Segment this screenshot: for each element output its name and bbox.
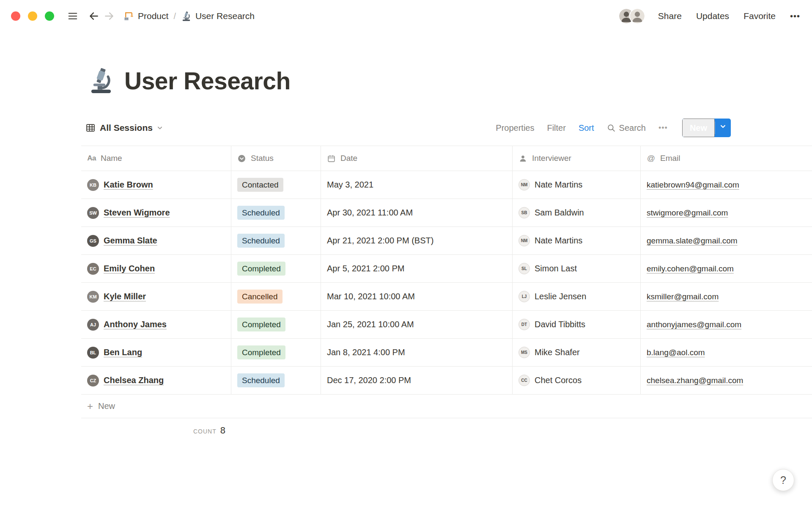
name-cell[interactable]: AJ Anthony James bbox=[81, 311, 231, 338]
zoom-window-button[interactable] bbox=[45, 11, 54, 21]
table-row[interactable]: SW Steven Wigmore Scheduled Apr 30, 2021… bbox=[81, 199, 812, 227]
column-header-status[interactable]: Status bbox=[231, 146, 321, 171]
collaborator-avatars[interactable] bbox=[618, 8, 645, 24]
session-name-link[interactable]: Steven Wigmore bbox=[104, 208, 170, 218]
column-label: Interviewer bbox=[532, 154, 571, 163]
help-button[interactable]: ? bbox=[772, 469, 794, 491]
properties-button[interactable]: Properties bbox=[496, 123, 534, 133]
minimize-window-button[interactable] bbox=[28, 11, 37, 21]
name-cell[interactable]: EC Emily Cohen bbox=[81, 255, 231, 282]
session-name-link[interactable]: Chelsea Zhang bbox=[104, 375, 164, 385]
calendar-icon bbox=[327, 154, 336, 163]
session-name-link[interactable]: Anthony James bbox=[104, 320, 167, 329]
interviewer-cell[interactable]: SL Simon Last bbox=[513, 255, 641, 282]
email-link[interactable]: emily.cohen@gmail.com bbox=[641, 255, 812, 282]
column-header-interviewer[interactable]: Interviewer bbox=[513, 146, 641, 171]
interviewer-cell[interactable]: LJ Leslie Jensen bbox=[513, 283, 641, 310]
email-link[interactable]: anthonyjames@gmail.com bbox=[641, 311, 812, 338]
more-options-button[interactable]: ••• bbox=[790, 11, 800, 21]
interviewer-cell[interactable]: DT David Tibbitts bbox=[513, 311, 641, 338]
date-cell[interactable]: May 3, 2021 bbox=[321, 171, 513, 199]
session-name-link[interactable]: Ben Lang bbox=[104, 348, 142, 357]
status-cell[interactable]: Contacted bbox=[231, 171, 321, 199]
sort-button[interactable]: Sort bbox=[579, 123, 594, 133]
session-name-link[interactable]: Katie Brown bbox=[104, 180, 153, 190]
view-more-button[interactable]: ••• bbox=[658, 124, 668, 133]
avatar: GS bbox=[87, 235, 99, 247]
hamburger-icon bbox=[67, 11, 78, 22]
session-name-link[interactable]: Gemma Slate bbox=[104, 236, 157, 246]
table-row[interactable]: AJ Anthony James Completed Jan 25, 2021 … bbox=[81, 311, 812, 339]
status-cell[interactable]: Completed bbox=[231, 339, 321, 366]
column-label: Date bbox=[340, 154, 357, 163]
table-row[interactable]: KB Katie Brown Contacted May 3, 2021 NM … bbox=[81, 171, 812, 199]
interviewer-cell[interactable]: NM Nate Martins bbox=[513, 171, 641, 199]
breadcrumb-item-user-research[interactable]: User Research bbox=[181, 11, 255, 22]
search-button[interactable]: Search bbox=[607, 123, 646, 133]
avatar: SW bbox=[87, 207, 99, 219]
name-cell[interactable]: CZ Chelsea Zhang bbox=[81, 367, 231, 394]
date-cell[interactable]: Apr 5, 2021 2:00 PM bbox=[321, 255, 513, 282]
date-cell[interactable]: Apr 30, 2021 11:00 AM bbox=[321, 199, 513, 226]
name-cell[interactable]: KM Kyle Miller bbox=[81, 283, 231, 310]
text-property-icon: Aa bbox=[87, 154, 96, 163]
email-link[interactable]: stwigmore@gmail.com bbox=[641, 199, 812, 226]
new-entry-button[interactable]: New bbox=[682, 119, 715, 137]
date-cell[interactable]: Dec 17, 2020 2:00 PM bbox=[321, 367, 513, 394]
interviewer-cell[interactable]: CC Chet Corcos bbox=[513, 367, 641, 394]
name-cell[interactable]: BL Ben Lang bbox=[81, 339, 231, 366]
column-header-email[interactable]: @ Email bbox=[641, 146, 812, 171]
forward-button[interactable] bbox=[102, 8, 117, 24]
sidebar-toggle-button[interactable] bbox=[65, 8, 80, 24]
count-calculation[interactable]: COUNT 8 bbox=[81, 425, 231, 436]
back-button[interactable] bbox=[86, 8, 102, 24]
avatar: BL bbox=[87, 347, 99, 359]
session-name-link[interactable]: Emily Cohen bbox=[104, 264, 155, 273]
interviewer-cell[interactable]: SB Sam Baldwin bbox=[513, 199, 641, 226]
table-row[interactable]: GS Gemma Slate Scheduled Apr 21, 2021 2:… bbox=[81, 227, 812, 255]
status-cell[interactable]: Scheduled bbox=[231, 367, 321, 394]
name-cell[interactable]: GS Gemma Slate bbox=[81, 227, 231, 254]
status-badge: Scheduled bbox=[237, 373, 285, 387]
name-cell[interactable]: SW Steven Wigmore bbox=[81, 199, 231, 226]
interviewer-cell[interactable]: MS Mike Shafer bbox=[513, 339, 641, 366]
chevron-down-icon bbox=[720, 123, 726, 130]
date-cell[interactable]: Mar 10, 2021 10:00 AM bbox=[321, 283, 513, 310]
email-link[interactable]: chelsea.zhang@gmail.com bbox=[641, 367, 812, 394]
breadcrumb-separator: / bbox=[173, 11, 176, 21]
table-row[interactable]: BL Ben Lang Completed Jan 8, 2021 4:00 P… bbox=[81, 339, 812, 367]
table-row[interactable]: CZ Chelsea Zhang Scheduled Dec 17, 2020 … bbox=[81, 367, 812, 395]
status-cell[interactable]: Completed bbox=[231, 255, 321, 282]
view-toolbar: All Sessions Properties Filter Sort Sear… bbox=[81, 116, 812, 140]
session-name-link[interactable]: Kyle Miller bbox=[104, 292, 146, 301]
email-link[interactable]: b.lang@aol.com bbox=[641, 339, 812, 366]
updates-button[interactable]: Updates bbox=[696, 11, 729, 21]
column-label: Name bbox=[101, 154, 122, 163]
name-cell[interactable]: KB Katie Brown bbox=[81, 171, 231, 199]
column-header-name[interactable]: Aa Name bbox=[81, 146, 231, 171]
date-cell[interactable]: Apr 21, 2021 2:00 PM (BST) bbox=[321, 227, 513, 254]
table-row[interactable]: KM Kyle Miller Cancelled Mar 10, 2021 10… bbox=[81, 283, 812, 311]
email-link[interactable]: gemma.slate@gmail.com bbox=[641, 227, 812, 254]
email-link[interactable]: ksmiller@gmail.com bbox=[641, 283, 812, 310]
date-cell[interactable]: Jan 8, 2021 4:00 PM bbox=[321, 339, 513, 366]
status-cell[interactable]: Scheduled bbox=[231, 227, 321, 254]
favorite-button[interactable]: Favorite bbox=[743, 11, 776, 21]
microscope-icon[interactable] bbox=[87, 67, 115, 95]
filter-button[interactable]: Filter bbox=[547, 123, 565, 133]
table-row[interactable]: EC Emily Cohen Completed Apr 5, 2021 2:0… bbox=[81, 255, 812, 283]
date-cell[interactable]: Jan 25, 2021 10:00 AM bbox=[321, 311, 513, 338]
share-button[interactable]: Share bbox=[658, 11, 682, 21]
new-entry-dropdown-button[interactable] bbox=[715, 119, 731, 134]
interviewer-avatar: DT bbox=[518, 319, 530, 330]
close-window-button[interactable] bbox=[11, 11, 20, 21]
breadcrumb-item-product[interactable]: Product bbox=[123, 11, 168, 22]
new-row-button[interactable]: + New bbox=[81, 395, 812, 418]
status-cell[interactable]: Scheduled bbox=[231, 199, 321, 226]
status-cell[interactable]: Completed bbox=[231, 311, 321, 338]
email-link[interactable]: katiebrown94@gmail.com bbox=[641, 171, 812, 199]
view-switcher[interactable]: All Sessions bbox=[81, 120, 167, 135]
interviewer-cell[interactable]: NM Nate Martins bbox=[513, 227, 641, 254]
column-header-date[interactable]: Date bbox=[321, 146, 513, 171]
status-cell[interactable]: Cancelled bbox=[231, 283, 321, 310]
